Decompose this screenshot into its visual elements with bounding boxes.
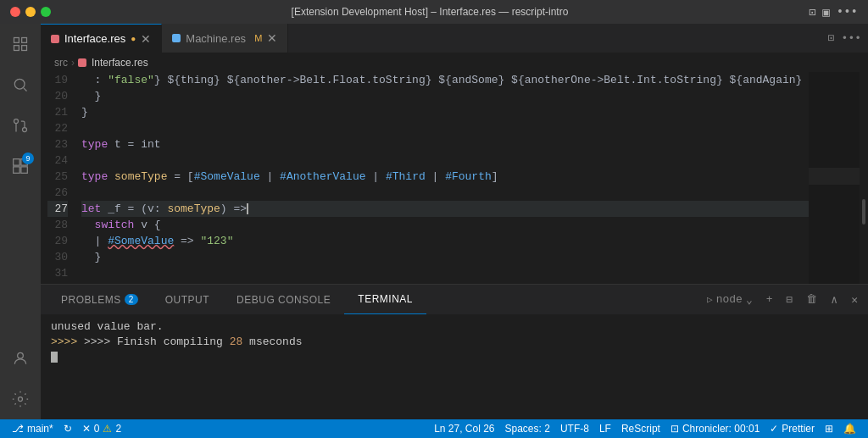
activity-bar-bottom: [7, 345, 34, 419]
add-terminal-button[interactable]: +: [763, 291, 776, 308]
warning-count: 2: [115, 423, 121, 435]
svg-point-4: [14, 79, 25, 89]
more-icon[interactable]: •••: [837, 5, 858, 19]
bottom-panel: PROBLEMS 2 OUTPUT DEBUG CONSOLE TERMINAL…: [41, 284, 868, 419]
code-line-29: | #SomeValue => "123": [81, 233, 809, 249]
code-editor[interactable]: 19 20 21 22 23 24 25 26 27 28 29 30 31 :…: [41, 72, 868, 284]
minimap-viewport: [809, 168, 860, 185]
status-ln-col[interactable]: Ln 27, Col 26: [429, 419, 499, 438]
trash-terminal-button[interactable]: 🗑: [803, 291, 821, 308]
close-panel-button[interactable]: ✕: [848, 291, 861, 308]
sidebar-item-extensions[interactable]: 9: [7, 152, 34, 180]
svg-rect-11: [21, 167, 28, 174]
file-icon-machine: [172, 34, 181, 42]
terminal-num: 28: [230, 335, 243, 348]
remote-icon: ⊞: [825, 423, 833, 435]
split-editor-button[interactable]: ⊡: [828, 31, 835, 45]
status-refresh[interactable]: ↻: [58, 419, 77, 438]
status-errors[interactable]: ✕ 0 ⚠ 2: [77, 419, 126, 438]
status-prettier[interactable]: ✓ Prettier: [765, 419, 820, 438]
status-chronicler[interactable]: ⊡ Chronicler: 00:01: [665, 419, 765, 438]
svg-point-14: [19, 397, 23, 402]
panel-actions: ▷ node ⌄ + ⊟ 🗑 ∧ ✕: [704, 291, 861, 308]
refresh-icon: ↻: [64, 423, 72, 435]
spaces-text: Spaces: 2: [505, 423, 550, 435]
debug-console-label: DEBUG CONSOLE: [236, 294, 331, 306]
split-terminal-button[interactable]: ⊟: [783, 291, 797, 308]
panel-tabs: PROBLEMS 2 OUTPUT DEBUG CONSOLE TERMINAL…: [41, 285, 868, 314]
tab-debug-console[interactable]: DEBUG CONSOLE: [223, 285, 344, 314]
branch-name: main*: [27, 423, 53, 435]
problems-label: PROBLEMS: [61, 294, 121, 306]
sidebar-item-scm[interactable]: [7, 112, 34, 139]
tab-close-machine-button[interactable]: ✕: [267, 31, 277, 45]
svg-rect-1: [22, 38, 27, 43]
titlebar: [Extension Development Host] – Interface…: [0, 0, 868, 24]
status-encoding[interactable]: UTF-8: [555, 419, 594, 438]
close-button[interactable]: [10, 7, 20, 17]
code-line-23: type t = int: [81, 136, 809, 152]
editor-scrollbar[interactable]: [860, 72, 868, 284]
svg-point-6: [23, 128, 27, 132]
sidebar-item-account[interactable]: [7, 345, 34, 372]
terminal-cursor: [51, 352, 58, 363]
problems-count: 2: [125, 294, 138, 305]
new-terminal-button[interactable]: ▷ node ⌄: [704, 291, 756, 308]
breadcrumb: src › Interface.res: [41, 53, 868, 72]
breadcrumb-src[interactable]: src: [54, 57, 68, 69]
tab-output[interactable]: OUTPUT: [152, 285, 223, 314]
svg-rect-3: [22, 46, 27, 51]
code-line-22: [81, 120, 809, 136]
chevron-up-icon[interactable]: ∧: [827, 291, 841, 308]
sidebar-item-explorer[interactable]: [7, 30, 34, 58]
code-content: : "false"} ${thing} ${another->Belt.Floa…: [75, 72, 809, 284]
minimize-button[interactable]: [25, 7, 36, 17]
tab-machine-res[interactable]: Machine.res M ✕: [162, 24, 288, 53]
output-label: OUTPUT: [165, 294, 209, 306]
split-editor-icon[interactable]: ⊡: [809, 5, 815, 19]
editor-area: Interface.res ● ✕ Machine.res M ✕ ⊡ ••• …: [41, 24, 868, 419]
status-bell[interactable]: 🔔: [838, 419, 861, 438]
code-line-24: [81, 152, 809, 169]
maximize-button[interactable]: [41, 7, 51, 17]
status-spaces[interactable]: Spaces: 2: [500, 419, 555, 438]
svg-line-5: [24, 88, 27, 91]
status-language[interactable]: ReScript: [616, 419, 665, 438]
eol-text: LF: [599, 423, 611, 435]
error-icon: ✕: [82, 423, 91, 435]
minimap: [809, 72, 860, 284]
line-numbers: 19 20 21 22 23 24 25 26 27 28 29 30 31: [41, 72, 75, 284]
extensions-badge: 9: [22, 152, 34, 164]
breadcrumb-sep1: ›: [71, 57, 75, 69]
tab-problems[interactable]: PROBLEMS 2: [47, 285, 152, 314]
svg-rect-2: [14, 46, 19, 51]
tab-interface-res[interactable]: Interface.res ● ✕: [41, 24, 162, 53]
layout-icon[interactable]: ▣: [822, 5, 829, 19]
sidebar-item-settings[interactable]: [7, 385, 34, 413]
code-line-27: let _f = (v: someType) =>: [81, 201, 809, 217]
tab-terminal[interactable]: TERMINAL: [344, 285, 426, 314]
status-eol[interactable]: LF: [594, 419, 616, 438]
git-branch-icon: ⎇: [12, 423, 24, 435]
more-actions-button[interactable]: •••: [842, 32, 861, 45]
tab-close-button[interactable]: ✕: [141, 32, 151, 46]
code-line-21: }: [81, 104, 809, 120]
scrollbar-thumb[interactable]: [862, 199, 865, 225]
tabs-empty-space: [288, 24, 821, 53]
editor-actions: ⊡ •••: [821, 24, 868, 53]
status-bar: ⎇ main* ↻ ✕ 0 ⚠ 2 Ln 27, Col 26 Spaces: …: [0, 419, 868, 438]
code-line-20: }: [81, 88, 809, 104]
terminal-line-1: unused value bar.: [51, 319, 858, 335]
chronicler-icon: ⊡: [670, 423, 679, 435]
status-branch[interactable]: ⎇ main*: [7, 419, 58, 438]
status-remote[interactable]: ⊞: [820, 419, 838, 438]
terminal-content[interactable]: unused value bar. >>>> >>>> Finish compi…: [41, 314, 868, 419]
breadcrumb-file[interactable]: Interface.res: [92, 57, 148, 69]
encoding-text: UTF-8: [560, 423, 589, 435]
tab-label: Interface.res: [64, 32, 125, 45]
svg-point-13: [18, 352, 24, 358]
window-controls[interactable]: [10, 7, 51, 17]
code-line-31: [81, 265, 809, 281]
terminal-mseconds: mseconds: [249, 335, 302, 348]
sidebar-item-search[interactable]: [7, 71, 34, 98]
